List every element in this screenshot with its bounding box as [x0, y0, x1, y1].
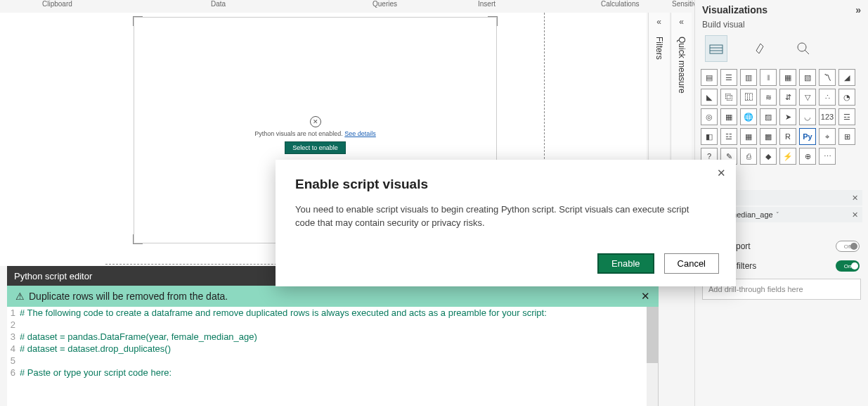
script-warning-text: Duplicate rows will be removed from the …	[29, 291, 228, 302]
cross-report-toggle[interactable]: Off	[836, 241, 860, 252]
ribbon-group-clipboard: Clipboard	[42, 0, 72, 8]
multi-row-card-icon[interactable]: ☲	[838, 108, 855, 125]
dialog-title: Enable script visuals	[295, 177, 716, 192]
build-visual-tab[interactable]	[705, 35, 727, 62]
pie-chart-icon[interactable]: ◔	[838, 89, 855, 106]
quick-measure-label: Quick measure	[677, 31, 687, 94]
visual-disabled-message: Python visuals are not enabled. See deta…	[134, 130, 496, 137]
ribbon-group-insert: Insert	[478, 0, 495, 8]
map-icon[interactable]: 🌐	[740, 108, 757, 125]
select-to-enable-button[interactable]: Select to enable	[285, 141, 346, 154]
visualization-type-gallery: ▤ ☰ ▥ ⫴ ▦ ▧ 〽 ◢ ◣ ⿻ ⿲ ≋ ⇵ ▽ ∴ ◔ ◎ ▦ 🌐 ▨ …	[695, 66, 868, 167]
close-dialog-button[interactable]: ✕	[717, 167, 726, 179]
filled-map-icon[interactable]: ▨	[760, 108, 777, 125]
enable-script-visuals-dialog: ✕ Enable script visuals You need to enab…	[276, 160, 736, 286]
keep-filters-toggle[interactable]: On	[836, 260, 860, 272]
clustered-bar-chart-icon[interactable]: ☰	[720, 69, 737, 86]
warning-icon: ⚠	[15, 291, 25, 302]
card-icon[interactable]: 123	[819, 108, 836, 125]
ribbon-group-data: Data	[211, 0, 226, 8]
cancel-button[interactable]: Cancel	[664, 253, 719, 274]
area-chart-icon[interactable]: ◢	[838, 69, 855, 86]
scatter-chart-icon[interactable]: ∴	[819, 89, 836, 106]
stacked-column-chart-icon[interactable]: ▥	[740, 69, 757, 86]
clustered-column-chart-icon[interactable]: ⫴	[760, 69, 777, 86]
script-warning-bar: ⚠ Duplicate rows will be removed from th…	[7, 286, 659, 307]
table-icon[interactable]: ▦	[740, 128, 757, 145]
visualizations-subtitle: Build visual	[695, 20, 868, 32]
funnel-chart-icon[interactable]: ▽	[799, 89, 816, 106]
r-visual-icon[interactable]: R	[779, 128, 796, 145]
hundred-stacked-bar-icon[interactable]: ▦	[779, 69, 796, 86]
stacked-bar-chart-icon[interactable]: ▤	[701, 69, 718, 86]
arcgis-icon[interactable]: ⊕	[799, 148, 816, 165]
dialog-body: You need to enable script visuals to beg…	[295, 203, 703, 230]
format-visual-tab[interactable]	[749, 35, 771, 62]
kpi-icon[interactable]: ◧	[701, 128, 718, 145]
svg-line-4	[805, 50, 809, 54]
analytics-tab[interactable]	[792, 35, 815, 62]
ribbon-group-calculations: Calculations	[601, 0, 639, 8]
donut-chart-icon[interactable]: ◎	[701, 108, 718, 125]
get-more-visuals-icon[interactable]: ⋯	[819, 148, 836, 165]
ribbon-chart-icon[interactable]: ≋	[760, 89, 777, 106]
line-chart-icon[interactable]: 〽	[819, 69, 836, 86]
decomposition-tree-icon[interactable]: ⊞	[838, 128, 855, 145]
gauge-icon[interactable]: ◡	[799, 108, 816, 125]
treemap-icon[interactable]: ▦	[720, 108, 737, 125]
ribbon-group-queries: Queries	[373, 0, 397, 8]
see-details-link[interactable]: See details	[344, 130, 376, 137]
filters-label: Filters	[654, 31, 664, 60]
collapse-visualizations-icon[interactable]: »	[855, 4, 861, 15]
key-influencers-icon[interactable]: ⌖	[819, 128, 836, 145]
visualizations-title: Visualizations	[702, 4, 767, 15]
slicer-icon[interactable]: ☳	[720, 128, 737, 145]
remove-field-icon[interactable]: ✕	[852, 210, 858, 220]
power-apps-icon[interactable]: ◆	[760, 148, 777, 165]
expand-filters-icon[interactable]: «	[649, 13, 669, 31]
paginated-report-icon[interactable]: ⎙	[740, 148, 757, 165]
code-scrollbar[interactable]	[647, 307, 658, 406]
azure-map-icon[interactable]: ➤	[779, 108, 796, 125]
enable-button[interactable]: Enable	[597, 253, 654, 274]
line-clustered-column-icon[interactable]: ⿲	[740, 89, 757, 106]
error-icon: ✕	[310, 116, 321, 127]
python-visual-icon[interactable]: Py	[799, 128, 816, 145]
python-script-code-area[interactable]: 1# The following code to create a datafr…	[7, 307, 659, 406]
svg-rect-0	[710, 45, 723, 53]
matrix-icon[interactable]: ▩	[760, 128, 777, 145]
close-warning-button[interactable]: ✕	[641, 290, 650, 303]
line-stacked-column-icon[interactable]: ⿻	[720, 89, 737, 106]
power-automate-icon[interactable]: ⚡	[779, 148, 796, 165]
hundred-stacked-column-icon[interactable]: ▧	[799, 69, 816, 86]
expand-quickmeasure-icon[interactable]: «	[671, 13, 692, 31]
stacked-area-chart-icon[interactable]: ◣	[701, 89, 718, 106]
waterfall-chart-icon[interactable]: ⇵	[779, 89, 796, 106]
